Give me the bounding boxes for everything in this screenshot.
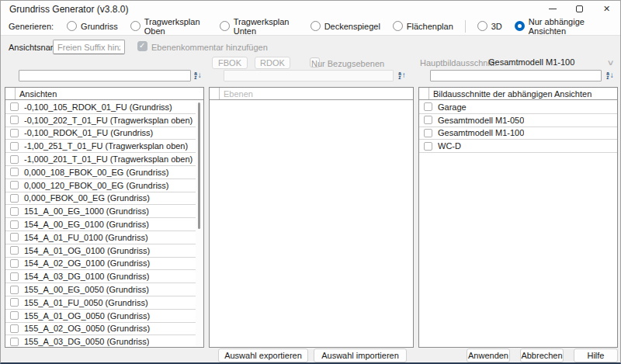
list-item[interactable]: -0,100_RDOK_01_FU (Grundriss) (5, 127, 196, 140)
row-checkbox[interactable] (10, 129, 19, 137)
scrollbar-thumb[interactable] (198, 102, 200, 229)
row-checkbox[interactable] (10, 311, 19, 320)
list-item[interactable]: 155_A_01_OG_0050 (Grundriss) (5, 310, 196, 323)
row-checkbox[interactable] (10, 116, 19, 124)
generate-label: Generieren: (9, 22, 54, 31)
radio-option[interactable]: Tragwerksplan Unten (220, 17, 298, 36)
main-crop-dropdown[interactable]: Gesamtmodell M1-100 ∨ (482, 55, 618, 69)
row-checkbox[interactable] (10, 286, 19, 294)
row-checkbox[interactable] (10, 324, 19, 333)
row-checkbox[interactable] (10, 246, 19, 255)
dialog-window: Grundriss Generator (v3.8.0) ✕ Generiere… (0, 0, 621, 364)
list-item[interactable]: 155_A_01_FU_0050 (Grundriss) (5, 296, 196, 310)
window-title: Grundriss Generator (v3.8.0) (9, 4, 128, 15)
title-bar: Grundriss Generator (v3.8.0) ✕ (1, 1, 620, 17)
row-checkbox[interactable] (424, 129, 432, 137)
row-checkbox[interactable] (10, 259, 19, 268)
list-item[interactable]: 154_A_00_EG_0100 (Grundriss) (5, 218, 196, 231)
sort-arrow-icon: ↑ (402, 71, 406, 79)
crops-header-label: Bildausschnitte der abhängigen Ansichten (429, 88, 592, 99)
row-checkbox[interactable] (424, 102, 432, 111)
list-item[interactable]: 154_A_03_DG_0100 (Grundriss) (5, 270, 196, 283)
fbok-button[interactable]: FBOK (212, 57, 248, 69)
close-button[interactable]: ✕ (593, 1, 620, 17)
list-item[interactable]: 155_A_00_EG_0050 (Grundriss) (5, 283, 196, 296)
row-checkbox[interactable] (10, 155, 19, 164)
views-header-label: Ansichten (16, 88, 57, 99)
list-item-label: 0,000_120_FBOK_00_EG (Grundriss) (24, 181, 169, 190)
row-checkbox[interactable] (10, 168, 19, 176)
import-selection-button[interactable]: Auswahl importieren (314, 348, 407, 362)
list-item-label: WC-D (438, 141, 461, 151)
list-item[interactable]: -1,00_251_T_01_FU (Tragwerksplan oben) (5, 140, 196, 153)
cancel-button[interactable]: Abbrechen (520, 348, 564, 362)
crops-filter-input[interactable] (430, 70, 602, 81)
sort-letters-icon (398, 71, 401, 79)
crops-list-header: Bildausschnitte der abhängigen Ansichten (419, 88, 617, 100)
views-sort-icon[interactable]: ↓ (193, 70, 203, 81)
list-item[interactable]: -1,000_201_T_01_FU (Tragwerksplan oben) (5, 153, 196, 166)
list-item-label: 155_A_00_EG_0050 (Grundriss) (24, 285, 149, 294)
levels-sort-icon[interactable]: ↑ (397, 70, 408, 81)
radio-option[interactable]: Nur abhängige Ansichten (515, 17, 612, 36)
maximize-button[interactable] (566, 1, 593, 17)
row-checkbox[interactable] (10, 272, 19, 281)
list-item[interactable]: 0,000_120_FBOK_00_EG (Grundriss) (5, 179, 196, 192)
row-checkbox[interactable] (10, 102, 19, 111)
list-item[interactable]: 155_A_02_OG_0050 (Grundriss) (5, 323, 196, 336)
generate-secondary-radiogroup: 3D Nur abhängige Ansichten (477, 17, 612, 36)
radio-label: Grundriss (81, 22, 118, 31)
minimize-button[interactable] (539, 1, 566, 17)
list-item[interactable]: 154_A_02_OG_0100 (Grundriss) (5, 258, 196, 271)
help-button[interactable]: Hilfe (574, 348, 618, 362)
views-scrollbar[interactable] (196, 101, 203, 346)
row-checkbox[interactable] (10, 207, 19, 216)
maximize-icon (576, 5, 583, 12)
rdok-button[interactable]: RDOK (255, 57, 290, 69)
row-checkbox[interactable] (10, 220, 19, 229)
row-checkbox[interactable] (10, 194, 19, 203)
row-checkbox[interactable] (424, 142, 432, 151)
radio-option[interactable]: Tragwerksplan Oben (130, 17, 207, 36)
export-selection-button[interactable]: Auswahl exportieren (218, 348, 308, 362)
list-item[interactable]: WC-D (419, 140, 617, 153)
list-item-label: 154_A_00_EG_0100 (Grundriss) (24, 220, 149, 229)
radio-option[interactable]: Flächenplan (393, 21, 453, 31)
list-item[interactable]: 0,000_FBOK_00_EG (Grundriss) (5, 192, 196, 206)
views-filter-input[interactable] (19, 70, 191, 81)
header-checkbox-column (210, 88, 220, 99)
levels-list (210, 101, 413, 347)
row-checkbox[interactable] (10, 233, 19, 241)
apply-button[interactable]: Anwenden (467, 348, 510, 362)
radio-option[interactable]: Deckenspiegel (310, 21, 380, 31)
list-item[interactable]: -0,100_202_T_01_FU (Tragwerksplan oben) (5, 114, 196, 127)
list-item[interactable]: -0,100_105_RDOK_01_FU (Grundriss) (5, 101, 196, 114)
list-item-label: Gesamtmodell M1-050 (438, 116, 524, 125)
list-item-label: 154_A_01_FU_0100 (Grundriss) (24, 233, 148, 242)
row-checkbox[interactable] (10, 338, 19, 346)
levels-filter-input[interactable] (224, 70, 394, 81)
list-item[interactable]: 151_A_00_EG_1000 (Grundriss) (5, 205, 196, 218)
list-item[interactable]: 155_A_03_DG_0050 (Grundriss) (5, 335, 196, 347)
list-item[interactable]: Gesamtmodell M1-100 (419, 127, 617, 140)
radio-label: Nur abhängige Ansichten (529, 17, 612, 36)
radio-label: Tragwerksplan Oben (144, 17, 207, 36)
level-comment-checkbox[interactable] (137, 41, 147, 51)
view-name-suffix-input[interactable] (53, 40, 125, 54)
list-item[interactable]: 154_A_01_OG_0100 (Grundriss) (5, 244, 196, 258)
radio-option[interactable]: Grundriss (67, 21, 118, 31)
only-ref-planes-label: Nur Bezugsebenen (311, 59, 384, 68)
sort-letters-icon (606, 71, 609, 79)
row-checkbox[interactable] (10, 142, 19, 151)
sort-arrow-icon: ↓ (610, 71, 614, 79)
list-item[interactable]: Garage (419, 101, 617, 114)
list-item-label: -0,100_202_T_01_FU (Tragwerksplan oben) (24, 116, 193, 125)
radio-option[interactable]: 3D (477, 21, 502, 31)
crops-sort-icon[interactable]: ↓ (605, 70, 616, 81)
list-item[interactable]: 154_A_01_FU_0100 (Grundriss) (5, 231, 196, 244)
row-checkbox[interactable] (10, 298, 19, 307)
list-item[interactable]: Gesamtmodell M1-050 (419, 114, 617, 127)
row-checkbox[interactable] (424, 116, 432, 124)
list-item[interactable]: 0,000_108_FBOK_00_EG (Grundriss) (5, 166, 196, 179)
row-checkbox[interactable] (10, 181, 19, 189)
